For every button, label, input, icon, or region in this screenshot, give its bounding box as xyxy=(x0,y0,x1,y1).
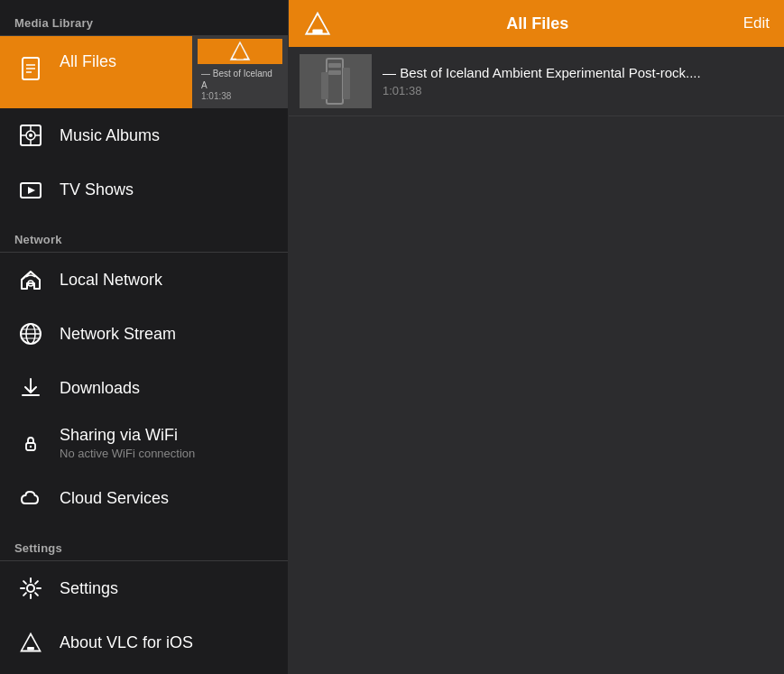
svg-rect-33 xyxy=(300,54,372,108)
sidebar-item-downloads[interactable]: Downloads xyxy=(0,361,288,415)
wifi-icon xyxy=(14,427,47,459)
svg-point-25 xyxy=(27,585,34,592)
tv-icon xyxy=(14,173,47,206)
thumb-duration: 1:01:38 xyxy=(201,91,279,101)
vlc-about-icon xyxy=(14,626,47,659)
sidebar-item-settings[interactable]: Settings xyxy=(0,561,288,615)
svg-rect-28 xyxy=(27,647,34,651)
cloud-icon xyxy=(14,482,47,514)
sidebar-item-label-all-files: All Files xyxy=(60,52,116,71)
sidebar-item-sharing-wifi[interactable]: Sharing via WiFi No active WiFi connecti… xyxy=(0,415,288,471)
svg-rect-37 xyxy=(343,68,350,99)
sidebar-item-label-about-vlc: About VLC for iOS xyxy=(60,633,193,652)
sidebar: Media Library All Files xyxy=(0,0,289,674)
section-media-library: Media Library All Files xyxy=(0,0,288,217)
table-row[interactable]: — Best of Iceland Ambient Experimental P… xyxy=(289,47,784,116)
sidebar-item-network-stream[interactable]: Network Stream xyxy=(0,307,288,361)
globe-icon xyxy=(14,318,47,350)
sidebar-item-about-vlc[interactable]: About VLC for iOS xyxy=(0,615,288,669)
main-content: All Files Edit — Best of Iceland Amb xyxy=(289,0,784,674)
svg-marker-16 xyxy=(28,187,35,194)
sidebar-item-tv-shows[interactable]: TV Shows xyxy=(0,162,288,217)
svg-rect-31 xyxy=(312,29,322,34)
file-duration: 1:01:38 xyxy=(383,84,773,97)
file-icon xyxy=(14,52,47,85)
sidebar-item-all-files[interactable]: All Files — Best of Iceland A 1:01:38 xyxy=(0,36,288,108)
sidebar-item-label-sharing-wifi: Sharing via WiFi xyxy=(60,426,195,445)
svg-rect-35 xyxy=(328,63,341,68)
sidebar-item-label-cloud-services: Cloud Services xyxy=(60,489,169,508)
sidebar-item-label-music-albums: Music Albums xyxy=(60,126,160,145)
sidebar-item-label-settings: Settings xyxy=(60,579,118,598)
file-info: — Best of Iceland Ambient Experimental P… xyxy=(383,65,773,97)
sidebar-item-label-tv-shows: TV Shows xyxy=(60,180,134,199)
vlc-logo-header xyxy=(303,9,332,38)
sharing-wifi-text: Sharing via WiFi No active WiFi connecti… xyxy=(60,426,195,460)
svg-rect-36 xyxy=(328,70,341,75)
home-icon xyxy=(14,263,47,296)
main-title: All Files xyxy=(506,14,568,33)
top-bar: All Files Edit xyxy=(289,0,784,47)
file-thumbnail xyxy=(300,54,372,108)
section-settings: Settings Settings About VLC for iOS xyxy=(0,525,288,669)
svg-point-10 xyxy=(29,134,32,137)
file-name: — Best of Iceland Ambient Experimental P… xyxy=(383,65,773,80)
sidebar-item-cloud-services[interactable]: Cloud Services xyxy=(0,471,288,525)
sidebar-item-label-local-network: Local Network xyxy=(60,271,162,290)
sidebar-item-label-network-stream: Network Stream xyxy=(60,325,176,344)
music-icon xyxy=(14,119,47,152)
sidebar-item-local-network[interactable]: Local Network xyxy=(0,253,288,307)
file-list: — Best of Iceland Ambient Experimental P… xyxy=(289,47,784,674)
active-thumbnail-overlay: — Best of Iceland A 1:01:38 xyxy=(192,36,288,108)
thumb-text: — Best of Iceland A xyxy=(201,68,279,91)
gear-icon xyxy=(14,572,47,605)
section-header-media-library: Media Library xyxy=(0,0,288,35)
edit-button[interactable]: Edit xyxy=(743,14,770,32)
download-icon xyxy=(14,372,47,404)
svg-point-24 xyxy=(30,446,32,448)
svg-rect-38 xyxy=(321,72,328,99)
sidebar-item-sublabel-sharing-wifi: No active WiFi connection xyxy=(60,447,195,460)
section-header-network: Network xyxy=(0,217,288,252)
sidebar-item-label-downloads: Downloads xyxy=(60,379,140,398)
section-network: Network Local Network xyxy=(0,217,288,525)
section-header-settings: Settings xyxy=(0,525,288,560)
vlc-cone-thumb xyxy=(227,39,253,64)
sidebar-item-music-albums[interactable]: Music Albums xyxy=(0,108,288,162)
